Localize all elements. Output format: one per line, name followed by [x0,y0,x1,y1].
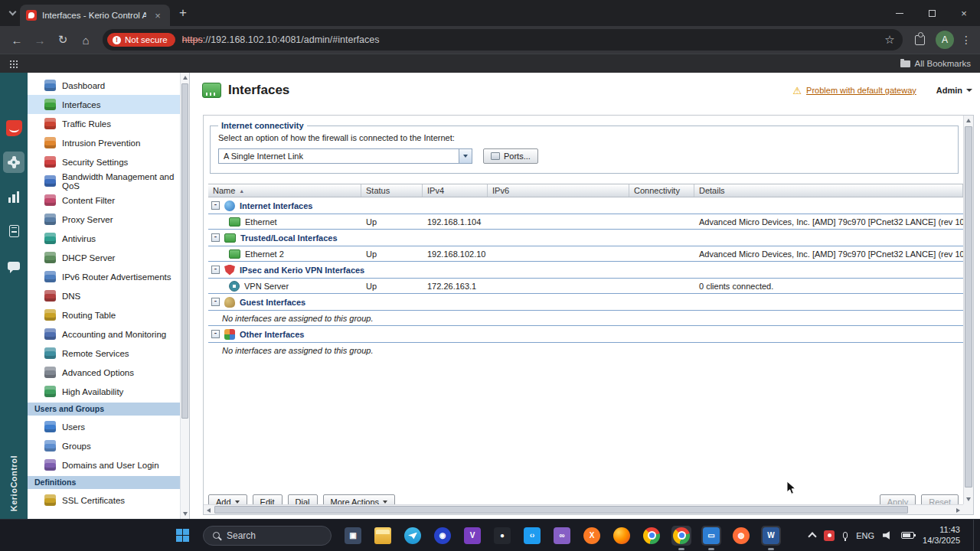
taskbar-app-v2ray[interactable]: V [462,526,482,546]
sidebar-item-groups[interactable]: Groups [28,436,180,455]
browser-tab[interactable]: Interfaces - Kerio Control Admin × [20,5,170,26]
collapse-toggle-icon[interactable] [211,233,220,242]
sidebar-item-high-availability[interactable]: High Availability [28,382,180,401]
column-header-connectivity[interactable]: Connectivity [629,184,694,197]
sidebar-item-routing-table[interactable]: Routing Table [28,305,180,324]
back-button[interactable]: ← [6,29,28,51]
column-header-status[interactable]: Status [361,184,423,197]
vertical-scrollbar[interactable] [963,116,973,504]
sidebar-item-proxy-server[interactable]: Proxy Server [28,210,180,229]
reports-icon[interactable] [3,220,24,242]
scroll-up-icon[interactable] [181,73,189,83]
recorder-tray-icon[interactable] [824,530,835,541]
address-bar[interactable]: Not secure https://192.168.102.10:4081/a… [103,29,903,51]
taskbar-app-media-player[interactable]: ◉ [433,526,452,546]
column-header-name[interactable]: Name▲ [208,184,361,197]
select-dropdown-icon[interactable] [459,149,472,163]
sidebar-item-bandwidth-management-and-qos[interactable]: Bandwidth Management and QoS [28,171,180,191]
scrollbar-thumb[interactable] [214,506,908,514]
sidebar-item-ssl-certificates[interactable]: SSL Certificates [28,491,180,510]
taskbar-app-visual-studio[interactable]: ∞ [552,526,572,546]
taskbar-clock[interactable]: 11:43 14/3/2025 [923,525,960,546]
scrollbar-thumb[interactable] [965,126,972,487]
table-row-ethernet-2[interactable]: Ethernet 2Up192.168.102.10Advanced Micro… [208,246,963,262]
new-tab-button[interactable]: + [173,3,193,23]
statistics-icon[interactable] [3,186,24,207]
group-row-internet-interfaces[interactable]: Internet Interfaces [208,197,963,214]
taskbar-app-firefox[interactable] [612,526,632,546]
scroll-up-icon[interactable] [964,116,973,126]
collapse-toggle-icon[interactable] [211,298,220,306]
group-row-guest-interfaces[interactable]: Guest Interfaces [208,294,963,311]
taskbar-app-file-explorer[interactable] [373,526,393,546]
sidebar-item-intrusion-prevention[interactable]: Intrusion Prevention [28,133,180,152]
table-row-vpn-server[interactable]: VPN ServerUp172.26.163.10 clients connec… [208,279,963,294]
column-header-details[interactable]: Details [694,184,963,197]
scroll-down-icon[interactable] [181,509,189,519]
taskbar-app-word[interactable]: W [761,526,781,546]
taskbar-app-vscode[interactable]: ‹› [522,526,542,546]
column-header-ipv4[interactable]: IPv4 [423,184,488,197]
sidebar-item-interfaces[interactable]: Interfaces [28,95,180,114]
sidebar-item-dns[interactable]: DNS [28,286,180,305]
taskbar-search[interactable]: Search [203,526,332,546]
collapse-toggle-icon[interactable] [211,330,220,338]
connectivity-mode-select[interactable]: A Single Internet Link [218,148,472,164]
all-bookmarks-button[interactable]: All Bookmarks [900,59,972,68]
collapse-toggle-icon[interactable] [211,201,220,210]
start-button[interactable] [172,525,193,546]
forward-button[interactable]: → [29,29,51,51]
browser-menu-icon[interactable]: ⋮ [959,34,974,46]
reload-button[interactable]: ↻ [52,29,74,51]
taskbar-app-vm-console[interactable]: ▭ [701,526,721,546]
tab-close-icon[interactable]: × [152,10,164,21]
collapse-toggle-icon[interactable] [211,266,220,274]
ports-button[interactable]: Ports... [483,148,538,164]
taskbar-app-postman[interactable]: ◍ [731,526,751,546]
scroll-down-icon[interactable] [964,494,973,504]
scrollbar-thumb[interactable] [181,83,188,419]
bookmark-star-icon[interactable]: ☆ [880,33,900,47]
tray-overflow-icon[interactable] [808,532,817,540]
microphone-icon[interactable] [843,532,848,539]
tab-search-icon[interactable] [5,5,20,21]
sidebar-item-antivirus[interactable]: Antivirus [28,229,180,248]
apps-grid-icon[interactable] [9,60,18,68]
extensions-icon[interactable] [915,35,925,45]
horizontal-scrollbar[interactable] [204,504,963,514]
admin-menu[interactable]: Admin [936,86,972,95]
taskbar-app-telegram[interactable] [403,526,423,546]
home-button[interactable]: ⌂ [75,29,96,51]
sidebar-item-security-settings[interactable]: Security Settings [28,152,180,171]
not-secure-chip[interactable]: Not secure [107,33,175,47]
admin-gear-icon[interactable] [3,152,24,173]
sidebar-item-dhcp-server[interactable]: DHCP Server [28,248,180,267]
taskbar-app-terminal[interactable]: ● [492,526,512,546]
sidebar-item-dashboard[interactable]: Dashboard [28,76,180,95]
sidebar-item-traffic-rules[interactable]: Traffic Rules [28,114,180,133]
sidebar-item-accounting-and-monitoring[interactable]: Accounting and Monitoring [28,324,180,344]
table-row-ethernet[interactable]: EthernetUp192.168.1.104Advanced Micro De… [208,214,963,230]
battery-icon[interactable] [901,532,914,539]
column-header-ipv6[interactable]: IPv6 [488,184,629,197]
group-row-other-interfaces[interactable]: Other Interfaces [208,326,963,343]
sidebar-item-ipv6-router-advertisements[interactable]: IPv6 Router Advertisements [28,267,180,286]
messages-icon[interactable] [3,255,24,276]
profile-avatar[interactable]: A [936,31,954,49]
sidebar-item-content-filter[interactable]: Content Filter [28,191,180,210]
taskbar-app-task-view[interactable]: ▣ [343,526,363,546]
maximize-button[interactable] [916,0,948,26]
language-indicator[interactable]: ENG [856,531,874,540]
scroll-left-icon[interactable] [204,505,214,515]
group-row-ipsec-and-kerio-vpn-interfaces[interactable]: IPsec and Kerio VPN Interfaces [208,262,963,279]
taskbar-app-chrome[interactable] [671,526,691,546]
sidebar-scrollbar[interactable] [180,73,189,519]
kerio-logo-icon[interactable] [3,117,24,139]
volume-icon[interactable] [883,531,893,540]
taskbar-app-xampp[interactable]: X [582,526,602,546]
taskbar-app-browser-profile[interactable] [642,526,662,546]
close-button[interactable]: × [948,0,980,26]
minimize-button[interactable] [884,0,916,26]
sidebar-item-domains-and-user-login[interactable]: Domains and User Login [28,455,180,474]
scroll-right-icon[interactable] [953,505,963,515]
